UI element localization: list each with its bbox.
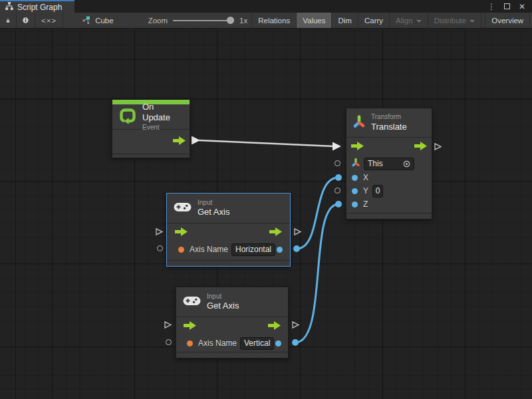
update-loop-icon — [119, 107, 136, 127]
flow-input-port[interactable] — [175, 227, 188, 239]
node-footer — [346, 213, 432, 219]
axis-output-port[interactable] — [275, 340, 281, 346]
y-port-label: Y — [363, 186, 368, 196]
node-header: Input Get Axis — [167, 194, 290, 223]
this-object-field[interactable]: This — [364, 158, 414, 170]
node-get-axis-horizontal[interactable]: Input Get Axis Axis Name Horizontal — [166, 193, 291, 267]
axis-name-connector[interactable] — [166, 339, 172, 345]
y-input-port[interactable] — [352, 188, 358, 194]
node-footer — [167, 260, 290, 266]
graph-toolbar: <×> Cube Zoom 1x Relations Values Dim Ca… — [0, 13, 532, 29]
transform-icon — [353, 114, 365, 132]
node-category: Input — [198, 199, 229, 207]
flow-output-port[interactable] — [269, 227, 282, 239]
info-icon — [23, 16, 29, 25]
x-input-port[interactable] — [352, 175, 358, 181]
zoom-slider-track[interactable] — [173, 20, 234, 21]
overview-button[interactable]: Overview — [485, 13, 530, 28]
chevron-down-icon — [416, 20, 422, 23]
graph-canvas[interactable]: On Update Event Transform Translate — [0, 29, 532, 399]
node-category: Input — [207, 293, 239, 301]
transform-port-icon[interactable] — [352, 158, 360, 170]
graph-hierarchy-icon — [5, 2, 13, 12]
tab-bar: Script Graph ⋮ ✕ — [0, 0, 532, 13]
value-wire-horizontal — [293, 174, 342, 252]
flow-output-port[interactable] — [173, 136, 186, 148]
flow-in-connector[interactable] — [155, 227, 164, 236]
carry-button[interactable]: Carry — [358, 13, 390, 28]
gamepad-icon — [174, 201, 192, 215]
flow-input-port[interactable] — [351, 141, 364, 153]
z-input-port[interactable] — [352, 201, 358, 207]
axis-name-connector[interactable] — [157, 245, 163, 251]
node-title: Get Axis — [198, 207, 229, 217]
graph-breadcrumb[interactable]: Cube — [75, 13, 120, 28]
lock-icon — [6, 17, 10, 25]
zoom-slider[interactable] — [173, 16, 234, 25]
node-translate[interactable]: Transform Translate This — [346, 108, 432, 219]
flow-output-port[interactable] — [414, 141, 427, 153]
relations-button[interactable]: Relations — [251, 13, 297, 28]
info-button[interactable] — [17, 13, 35, 28]
node-title: Translate — [371, 122, 407, 132]
chevron-down-icon — [469, 20, 475, 23]
code-preview-button[interactable]: <×> — [35, 13, 63, 28]
graph-name-label: Cube — [95, 17, 114, 25]
x-port-label: X — [363, 173, 368, 182]
gamepad-icon — [183, 295, 201, 309]
node-header: On Update Event — [112, 104, 190, 130]
zoom-slider-handle[interactable] — [227, 17, 234, 24]
tab-title: Script Graph — [17, 3, 62, 12]
flow-input-port[interactable] — [184, 321, 196, 332]
y-port-connector[interactable] — [334, 188, 340, 194]
window-maximize-icon[interactable] — [504, 3, 510, 9]
z-port-label: Z — [363, 200, 368, 209]
axis-name-label: Axis Name — [198, 338, 237, 348]
window-menu-icon[interactable]: ⋮ — [487, 3, 495, 11]
node-on-update[interactable]: On Update Event — [112, 99, 190, 158]
node-category: Transform — [371, 113, 407, 122]
axis-name-input-port[interactable] — [178, 247, 184, 253]
node-title: On Update — [142, 102, 183, 124]
zoom-control: Zoom 1x — [144, 13, 252, 28]
tab-script-graph[interactable]: Script Graph — [0, 0, 74, 13]
node-title: Get Axis — [207, 301, 239, 311]
flow-wire — [192, 136, 341, 151]
window-controls: ⋮ ✕ — [487, 0, 532, 13]
graph-node-icon — [82, 16, 91, 25]
distribute-dropdown[interactable]: Distribute — [428, 13, 482, 28]
node-header: Input Get Axis — [176, 287, 288, 317]
flow-in-connector[interactable] — [164, 321, 172, 329]
node-footer — [176, 352, 288, 358]
flow-out-connector[interactable] — [291, 321, 300, 329]
flow-out-connector[interactable] — [434, 142, 442, 151]
lock-button[interactable] — [0, 13, 17, 28]
zoom-value: 1x — [239, 17, 247, 25]
flow-output-port[interactable] — [268, 321, 281, 332]
axis-name-label: Axis Name — [190, 245, 228, 254]
object-picker-icon[interactable] — [403, 160, 410, 168]
dim-button[interactable]: Dim — [332, 13, 358, 28]
node-get-axis-vertical[interactable]: Input Get Axis Axis Name Vertical — [176, 287, 289, 358]
this-port-connector[interactable] — [334, 160, 340, 166]
node-header: Transform Translate — [346, 108, 432, 138]
zoom-label: Zoom — [148, 17, 168, 25]
axis-name-input-port[interactable] — [187, 340, 193, 346]
axis-output-port[interactable] — [277, 247, 283, 253]
window-close-icon[interactable]: ✕ — [519, 3, 525, 11]
flow-out-connector[interactable] — [293, 227, 302, 236]
y-value-field[interactable]: 0 — [372, 185, 383, 198]
align-dropdown[interactable]: Align — [390, 13, 428, 28]
axis-name-value-field[interactable]: Horizontal — [231, 243, 275, 256]
axis-name-value-field[interactable]: Vertical — [240, 337, 274, 350]
values-button[interactable]: Values — [297, 13, 332, 28]
node-footer — [112, 154, 190, 160]
